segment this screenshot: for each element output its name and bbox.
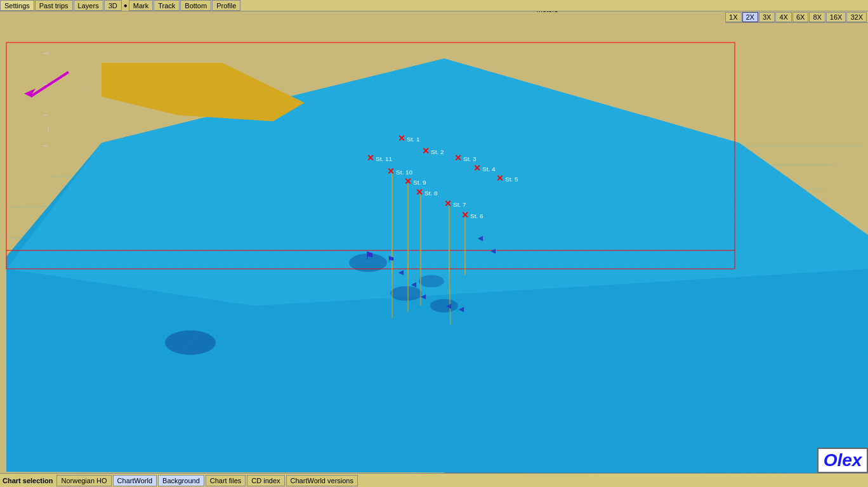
svg-text:◄: ◄	[489, 246, 497, 256]
zoom-4x[interactable]: 4X	[775, 12, 791, 22]
svg-text:St. 4: St. 4	[482, 166, 496, 172]
svg-text:◄: ◄	[457, 304, 466, 314]
settings-button[interactable]: Settings	[0, 0, 34, 11]
zoom-2x[interactable]: 2X	[742, 12, 758, 22]
svg-text:✕: ✕	[387, 167, 395, 176]
svg-text:St. 11: St. 11	[376, 155, 392, 162]
svg-point-21	[165, 330, 216, 355]
zoom-16x[interactable]: 16X	[826, 12, 846, 22]
svg-text:St. 2: St. 2	[431, 148, 444, 155]
svg-text:◄: ◄	[476, 234, 485, 244]
svg-text:◄: ◄	[419, 292, 428, 302]
svg-text:|: |	[48, 126, 49, 132]
svg-text:St. 5: St. 5	[505, 176, 518, 183]
svg-point-24	[419, 275, 444, 287]
svg-text:✕: ✕	[461, 211, 469, 221]
past-trips-button[interactable]: Past trips	[35, 0, 73, 11]
norwegian-ho-button[interactable]: Norwegian HO	[56, 475, 111, 486]
svg-text:St. 9: St. 9	[413, 179, 426, 186]
cd-index-button[interactable]: CD index	[247, 475, 284, 486]
svg-text:✕: ✕	[473, 164, 481, 173]
svg-text:◄: ◄	[409, 280, 418, 289]
svg-line-35	[30, 72, 69, 97]
svg-text:◄: ◄	[397, 268, 405, 277]
svg-text:St. 3: St. 3	[463, 155, 477, 162]
bottom-button[interactable]: Bottom	[180, 0, 211, 11]
svg-text:-: -	[89, 88, 91, 94]
zoom-1x[interactable]: 1X	[725, 12, 741, 22]
svg-text:St. 7: St. 7	[453, 201, 466, 208]
zoom-8x[interactable]: 8X	[809, 12, 825, 22]
toolbar: Settings Past trips Layers 3D ● Mark Tra…	[0, 0, 868, 11]
svg-text:|: |	[48, 51, 49, 57]
svg-text:✕: ✕	[454, 153, 462, 163]
svg-text:St. 1: St. 1	[407, 136, 420, 143]
svg-text:✕: ✕	[496, 174, 504, 183]
layers-button[interactable]: Layers	[74, 0, 103, 11]
chart-selection-label: Chart selection	[3, 477, 53, 484]
svg-text:⚑: ⚑	[387, 255, 395, 264]
svg-text:✕: ✕	[444, 199, 452, 209]
track-button[interactable]: Track	[154, 0, 180, 11]
svg-text:✕: ✕	[404, 177, 412, 186]
olex-logo: Olex	[817, 448, 868, 473]
statusbar: Chart selection Norwegian HO ChartWorld …	[0, 473, 868, 487]
zoom-6x[interactable]: 6X	[792, 12, 808, 22]
olex-brand: Olex	[824, 450, 862, 471]
chart-files-button[interactable]: Chart files	[206, 475, 246, 486]
svg-text:St. 8: St. 8	[424, 190, 438, 197]
zoom-row: 1X 2X 3X 4X 6X 8X 16X 32X	[725, 11, 868, 23]
seafloor-svg: | - | ⚑ ⚑ ◄ ◄ ◄ ◄ ◄ ◄ ◄	[0, 23, 868, 473]
svg-text:✕: ✕	[367, 153, 374, 163]
main-view[interactable]: | - | ⚑ ⚑ ◄ ◄ ◄ ◄ ◄ ◄ ◄	[0, 23, 868, 473]
chartworld-versions-button[interactable]: ChartWorld versions	[286, 475, 358, 486]
profile-button[interactable]: Profile	[212, 0, 240, 11]
zoom-32x[interactable]: 32X	[846, 12, 867, 22]
background-button[interactable]: Background	[158, 475, 204, 486]
svg-text:✕: ✕	[422, 146, 430, 156]
svg-text:◄: ◄	[444, 301, 453, 311]
svg-text:✕: ✕	[398, 134, 405, 143]
3d-button[interactable]: 3D	[104, 0, 122, 11]
chartworld-button[interactable]: ChartWorld	[113, 475, 157, 486]
svg-text:⚑: ⚑	[365, 251, 374, 262]
svg-text:St. 10: St. 10	[396, 169, 413, 176]
svg-text:✕: ✕	[416, 188, 423, 197]
zoom-3x[interactable]: 3X	[759, 12, 775, 22]
svg-text:St. 6: St. 6	[470, 213, 483, 220]
mark-button[interactable]: Mark	[129, 0, 153, 11]
